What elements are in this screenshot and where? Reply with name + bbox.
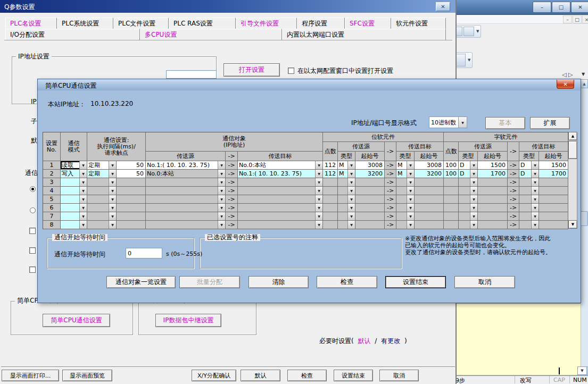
- editor-pane[interactable]: [450, 303, 581, 375]
- end-setting-button[interactable]: 设置结束: [385, 276, 446, 288]
- destination-select[interactable]: ▼: [238, 178, 323, 187]
- bit-points-cell[interactable]: 112: [323, 170, 338, 178]
- editor-vertical-scrollbar[interactable]: [581, 79, 588, 375]
- tab-io-assignment[interactable]: I/O分配设置: [5, 29, 140, 40]
- word-src-start-cell[interactable]: [478, 212, 508, 221]
- scrollbar-thumb[interactable]: [581, 211, 588, 226]
- destination-select[interactable]: ▼: [238, 187, 323, 195]
- radio-option[interactable]: [30, 207, 36, 213]
- word-src-type-select[interactable]: D▼: [459, 161, 478, 170]
- mode-select[interactable]: ▼: [61, 212, 87, 221]
- word-src-start-cell[interactable]: 1500: [478, 161, 508, 170]
- bit-dst-start-cell[interactable]: [415, 187, 444, 195]
- word-dst-start-cell[interactable]: [539, 221, 568, 229]
- open-setting-checkbox[interactable]: [288, 68, 294, 74]
- wait-time-input[interactable]: 0: [126, 248, 162, 258]
- word-dst-start-cell[interactable]: [539, 178, 568, 187]
- word-src-type-select[interactable]: ▼: [459, 212, 478, 221]
- bit-src-start-cell[interactable]: [355, 187, 385, 195]
- tab-plc-ras[interactable]: PLC RAS设置: [169, 18, 236, 29]
- bit-src-start-cell[interactable]: [355, 195, 385, 204]
- simple-cpu-setting-button[interactable]: 简单CPU通信设置: [43, 314, 110, 327]
- word-src-start-cell[interactable]: 1700: [478, 170, 508, 178]
- table-scroll-up-button[interactable]: ▲: [568, 132, 577, 140]
- destination-select[interactable]: ▼: [238, 204, 323, 212]
- source-select[interactable]: No.0:本站▼: [146, 170, 226, 178]
- bit-src-type-select[interactable]: ▼: [338, 187, 355, 195]
- toolbar-icon[interactable]: [463, 27, 474, 36]
- bit-dst-start-cell[interactable]: [415, 195, 444, 204]
- bit-src-type-select[interactable]: ▼: [338, 195, 355, 204]
- word-dst-start-cell[interactable]: [539, 187, 568, 195]
- word-dst-type-select[interactable]: ▼: [519, 187, 539, 195]
- option-checkbox[interactable]: [29, 247, 36, 254]
- bit-src-type-select[interactable]: M▼: [338, 170, 355, 178]
- bit-dst-type-select[interactable]: ▼: [396, 221, 415, 229]
- option-checkbox[interactable]: [29, 228, 36, 234]
- word-src-start-cell[interactable]: [478, 178, 508, 187]
- word-dst-type-select[interactable]: ▼: [519, 221, 539, 229]
- interval-cell[interactable]: [117, 195, 146, 204]
- word-points-cell[interactable]: 100: [444, 170, 459, 178]
- open-setting-button[interactable]: 打开设置: [223, 63, 280, 77]
- word-dst-start-cell[interactable]: [539, 212, 568, 221]
- tab-list-icon[interactable]: ▼: [582, 72, 585, 77]
- word-src-start-cell[interactable]: [478, 187, 508, 195]
- tab-scroll-arrows[interactable]: ◁ ▷: [562, 71, 573, 78]
- bit-points-cell[interactable]: [323, 221, 338, 229]
- bit-points-cell[interactable]: [323, 178, 338, 187]
- simple-cpu-comm-titlebar[interactable]: 简单CPU通信设置: [38, 79, 581, 90]
- exec-select[interactable]: ▼: [87, 178, 117, 187]
- word-dst-start-cell[interactable]: 1700: [539, 170, 568, 178]
- interval-cell[interactable]: [117, 221, 146, 229]
- word-src-start-cell[interactable]: [478, 204, 508, 212]
- source-select[interactable]: ▼: [146, 178, 226, 187]
- word-points-cell[interactable]: [444, 178, 459, 187]
- word-src-type-select[interactable]: ▼: [459, 204, 478, 212]
- bit-points-cell[interactable]: [323, 195, 338, 204]
- interval-cell[interactable]: [117, 204, 146, 212]
- word-dst-type-select[interactable]: ▼: [519, 195, 539, 204]
- source-select[interactable]: ▼: [146, 195, 226, 204]
- interval-cell[interactable]: 50: [117, 161, 146, 170]
- close-button[interactable]: ✕: [571, 2, 588, 13]
- bit-src-type-select[interactable]: ▼: [338, 204, 355, 212]
- tab-program[interactable]: 程序设置: [297, 18, 345, 29]
- destination-select[interactable]: No.0:本站▼: [238, 161, 323, 170]
- mode-select[interactable]: ▼: [61, 195, 87, 204]
- q-parameter-titlebar[interactable]: Q参数设置: [0, 0, 456, 13]
- word-dst-type-select[interactable]: D▼: [519, 161, 539, 170]
- simple-cpu-comm-close-button[interactable]: ✕: [557, 80, 574, 89]
- word-src-start-cell[interactable]: [478, 195, 508, 204]
- changed-link[interactable]: 有更改: [381, 337, 400, 345]
- bit-points-cell[interactable]: [323, 187, 338, 195]
- bit-dst-start-cell[interactable]: [415, 212, 444, 221]
- source-select[interactable]: ▼: [146, 204, 226, 212]
- tab-builtin-ethernet[interactable]: 内置以太网端口设置: [282, 29, 446, 40]
- word-dst-start-cell[interactable]: [539, 195, 568, 204]
- bit-src-start-cell[interactable]: [355, 204, 385, 212]
- mode-select[interactable]: 读取▼: [61, 161, 87, 170]
- word-points-cell[interactable]: 100: [444, 161, 459, 170]
- scroll-right-icon[interactable]: ▷: [568, 71, 573, 78]
- bit-dst-start-cell[interactable]: [415, 221, 444, 229]
- tab-multi-cpu[interactable]: 多CPU设置: [140, 29, 282, 40]
- cancel-button[interactable]: 取消: [454, 276, 515, 288]
- bit-src-type-select[interactable]: ▼: [338, 221, 355, 229]
- word-src-type-select[interactable]: D▼: [459, 170, 478, 178]
- word-dst-type-select[interactable]: D▼: [519, 170, 539, 178]
- destination-select[interactable]: ▼: [238, 195, 323, 204]
- default-link[interactable]: 默认: [358, 337, 371, 345]
- ip-input-fragment[interactable]: [166, 70, 217, 79]
- bit-dst-type-select[interactable]: M▼: [396, 161, 415, 170]
- bit-src-start-cell[interactable]: 3008: [355, 161, 385, 170]
- word-dst-start-cell[interactable]: 1500: [539, 161, 568, 170]
- word-points-cell[interactable]: [444, 204, 459, 212]
- tab-boot-file[interactable]: 引导文件设置: [236, 18, 297, 29]
- exec-select[interactable]: 定期▼: [87, 170, 117, 178]
- ip-packet-relay-button[interactable]: IP数据包中继设置: [155, 314, 221, 327]
- mode-select[interactable]: 写入▼: [61, 170, 87, 178]
- target-list-setting-button[interactable]: 通信对象一览设置: [106, 276, 176, 288]
- word-dst-type-select[interactable]: ▼: [519, 212, 539, 221]
- interval-cell[interactable]: 50: [117, 170, 146, 178]
